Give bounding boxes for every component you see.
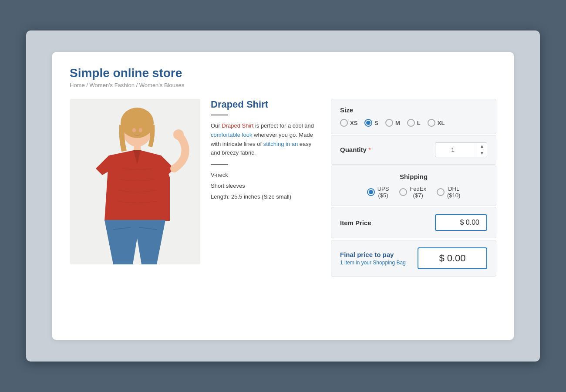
product-details: Draped Shirt Our Draped Shirt is perfect…: [200, 99, 331, 277]
divider-2: [211, 164, 228, 165]
size-option-l[interactable]: L: [407, 119, 421, 127]
outer-frame: Simple online store Home / Women's Fashi…: [26, 30, 540, 362]
radio-s-inner: [366, 121, 371, 125]
breadcrumb-category[interactable]: Women's Fashion: [90, 82, 135, 88]
shipping-name-fedex: FedEx: [410, 186, 426, 192]
shipping-option-ups[interactable]: UPS ($5): [367, 186, 389, 199]
breadcrumb-home[interactable]: Home: [70, 82, 85, 88]
size-label-xl: XL: [438, 120, 445, 126]
shipping-cost-ups: ($5): [377, 192, 389, 199]
item-price-section: Item Price $ 0.00: [331, 207, 496, 238]
product-features: V-neck Short sleeves Length: 25.5 inches…: [211, 170, 320, 202]
size-option-xs[interactable]: XS: [340, 119, 357, 127]
quantity-label-wrapper: Quantity *: [340, 146, 371, 154]
store-header: Simple online store Home / Women's Fashi…: [70, 66, 496, 88]
breadcrumb-subcategory[interactable]: Women's Blouses: [139, 82, 184, 88]
final-price-title: Final price to pay: [340, 251, 406, 258]
quantity-section: Quantity * ▲ ▼: [331, 135, 496, 165]
item-price-label: Item Price: [340, 219, 371, 226]
feature-length: Length: 25.5 inches (Size small): [211, 192, 320, 203]
product-image-wrapper: [70, 99, 200, 264]
svg-point-3: [132, 128, 136, 132]
size-label: Size: [340, 106, 487, 114]
required-star: *: [368, 146, 371, 153]
right-panel: Size XS S: [331, 99, 496, 277]
product-name: Draped Shirt: [211, 99, 320, 110]
quantity-down-arrow[interactable]: ▼: [477, 150, 487, 157]
breadcrumb: Home / Women's Fashion / Women's Blouses: [70, 82, 496, 88]
divider-1: [211, 115, 228, 115]
size-option-xl[interactable]: XL: [428, 119, 445, 127]
final-price-value: $ 0.00: [418, 247, 487, 269]
price-row: Item Price $ 0.00: [340, 214, 487, 231]
quantity-label: Quantity: [340, 146, 367, 153]
radio-xl[interactable]: [428, 119, 435, 127]
shipping-option-fedex[interactable]: FedEx ($7): [399, 186, 426, 199]
size-option-m[interactable]: M: [385, 119, 400, 127]
shipping-label-ups: UPS ($5): [377, 186, 389, 199]
size-option-s[interactable]: S: [364, 119, 378, 127]
shipping-title: Shipping: [340, 173, 487, 180]
radio-s[interactable]: [364, 119, 372, 127]
product-description: Our Draped Shirt is perfect for a cool a…: [211, 122, 320, 158]
quantity-input[interactable]: [435, 144, 477, 156]
shipping-option-dhl[interactable]: DHL ($10): [437, 186, 460, 199]
radio-l[interactable]: [407, 119, 415, 127]
size-label-l: L: [417, 120, 421, 126]
radio-fedex[interactable]: [399, 188, 407, 196]
svg-point-4: [139, 128, 142, 132]
quantity-arrows: ▲ ▼: [477, 143, 487, 157]
size-section: Size XS S: [331, 99, 496, 134]
shipping-name-ups: UPS: [377, 186, 389, 192]
feature-neckline: V-neck: [211, 170, 320, 181]
shipping-cost-dhl: ($10): [447, 192, 460, 199]
radio-ups-inner: [369, 190, 373, 194]
item-price-value: $ 0.00: [435, 214, 487, 231]
quantity-row: Quantity * ▲ ▼: [340, 142, 487, 157]
shipping-name-dhl: DHL: [447, 186, 460, 192]
shipping-label-dhl: DHL ($10): [447, 186, 460, 199]
final-price-section: Final price to pay 1 item in your Shoppi…: [331, 240, 496, 277]
size-options: XS S M: [340, 119, 487, 127]
shipping-cost-fedex: ($7): [410, 192, 426, 199]
quantity-up-arrow[interactable]: ▲: [477, 143, 487, 150]
radio-m[interactable]: [385, 119, 393, 127]
radio-ups[interactable]: [367, 188, 375, 196]
main-content: Draped Shirt Our Draped Shirt is perfect…: [70, 99, 496, 277]
radio-xs[interactable]: [340, 119, 348, 127]
product-image: [70, 99, 200, 264]
svg-point-2: [121, 108, 154, 138]
final-price-info: Final price to pay 1 item in your Shoppi…: [340, 251, 406, 266]
shipping-label-fedex: FedEx ($7): [410, 186, 426, 199]
size-label-s: S: [374, 120, 378, 126]
size-label-m: M: [395, 120, 400, 126]
store-title: Simple online store: [70, 66, 496, 80]
shipping-options: UPS ($5) FedEx ($7): [340, 186, 487, 199]
quantity-input-wrapper: ▲ ▼: [435, 142, 487, 157]
inner-card: Simple online store Home / Women's Fashi…: [52, 52, 514, 340]
final-price-sublabel: 1 item in your Shopping Bag: [340, 260, 406, 266]
shipping-section: Shipping UPS ($5): [331, 166, 496, 206]
size-label-xs: XS: [350, 120, 357, 126]
radio-dhl[interactable]: [437, 188, 445, 196]
svg-point-6: [173, 129, 184, 140]
feature-sleeves: Short sleeves: [211, 181, 320, 192]
